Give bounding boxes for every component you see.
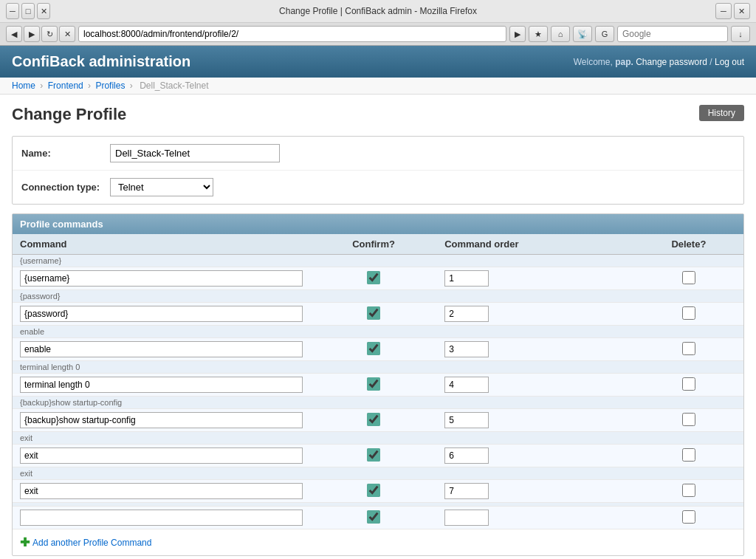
connection-type-label: Connection type: bbox=[21, 182, 110, 193]
delete-cell bbox=[634, 409, 743, 432]
order-input[interactable] bbox=[444, 510, 489, 526]
history-button[interactable]: History bbox=[699, 105, 744, 121]
name-label: Name: bbox=[21, 148, 110, 159]
command-cell bbox=[13, 374, 310, 397]
command-input[interactable] bbox=[20, 270, 303, 287]
commands-section: Profile commands Command Confirm? Comman… bbox=[12, 213, 744, 556]
home-icon[interactable]: ⌂ bbox=[551, 26, 570, 42]
add-another-command[interactable]: ✚ Add another Profile Command bbox=[13, 529, 743, 555]
browser-toolbar: ◀ ▶ ↻ ✕ ▶ ★ ⌂ 📡 G ↓ bbox=[0, 23, 756, 45]
table-row bbox=[13, 445, 743, 467]
logout-link[interactable]: Log out bbox=[715, 57, 744, 67]
change-password-link[interactable]: Change password bbox=[636, 57, 707, 67]
delete-checkbox[interactable] bbox=[682, 448, 695, 462]
order-input[interactable] bbox=[444, 341, 489, 357]
command-input[interactable] bbox=[20, 447, 303, 464]
browser-minimize[interactable]: ─ bbox=[6, 3, 19, 19]
delete-checkbox[interactable] bbox=[682, 306, 695, 320]
window-btn-2[interactable]: ✕ bbox=[734, 3, 750, 19]
confirm-checkbox[interactable] bbox=[367, 484, 380, 497]
command-input[interactable] bbox=[20, 377, 303, 393]
delete-cell bbox=[634, 267, 743, 290]
delete-cell bbox=[634, 374, 743, 397]
feed-icon[interactable]: 📡 bbox=[573, 26, 592, 42]
go-button[interactable]: ▶ bbox=[509, 26, 526, 42]
command-input[interactable] bbox=[20, 483, 303, 499]
user-info: Welcome, pap. Change password / Log out bbox=[574, 57, 744, 67]
download-icon[interactable]: ↓ bbox=[731, 26, 750, 42]
command-label: {username} bbox=[13, 255, 743, 267]
col-order: Command order bbox=[437, 234, 634, 255]
search-provider-icon[interactable]: G bbox=[595, 26, 614, 42]
command-input[interactable] bbox=[20, 412, 303, 428]
bookmark-icon[interactable]: ★ bbox=[529, 26, 548, 42]
order-input[interactable] bbox=[444, 306, 489, 322]
welcome-text: Welcome, bbox=[574, 57, 613, 67]
order-cell bbox=[437, 374, 634, 397]
command-input[interactable] bbox=[20, 510, 303, 526]
confirm-checkbox[interactable] bbox=[367, 306, 380, 320]
command-cell bbox=[13, 445, 310, 467]
order-cell bbox=[437, 267, 634, 290]
command-input[interactable] bbox=[20, 306, 303, 322]
delete-cell bbox=[634, 338, 743, 361]
current-username: pap. bbox=[615, 57, 633, 67]
back-button[interactable]: ◀ bbox=[6, 26, 22, 42]
confirm-checkbox[interactable] bbox=[367, 342, 380, 355]
table-row bbox=[13, 338, 743, 361]
browser-close[interactable]: ✕ bbox=[37, 3, 50, 19]
breadcrumb-frontend[interactable]: Frontend bbox=[48, 80, 83, 91]
delete-checkbox[interactable] bbox=[682, 271, 695, 284]
order-cell bbox=[437, 507, 634, 529]
delete-checkbox[interactable] bbox=[682, 342, 695, 355]
breadcrumb-home[interactable]: Home bbox=[12, 80, 35, 91]
order-input[interactable] bbox=[444, 412, 489, 428]
delete-checkbox[interactable] bbox=[682, 510, 695, 524]
command-label-row: {backup}show startup-config bbox=[13, 397, 743, 409]
confirm-checkbox[interactable] bbox=[367, 510, 380, 524]
page-content: Change Profile History Name: Connection … bbox=[0, 95, 756, 559]
window-btn-1[interactable]: ─ bbox=[715, 3, 732, 19]
delete-cell bbox=[634, 480, 743, 503]
browser-title: Change Profile | ConfiBack admin - Mozil… bbox=[279, 6, 477, 16]
delete-checkbox[interactable] bbox=[682, 377, 695, 391]
command-input[interactable] bbox=[20, 341, 303, 357]
table-row bbox=[13, 374, 743, 397]
delete-checkbox[interactable] bbox=[682, 484, 695, 497]
order-cell bbox=[437, 445, 634, 467]
name-section: Name: Connection type: TelnetSSHOther bbox=[12, 136, 744, 205]
confirm-checkbox[interactable] bbox=[367, 377, 380, 391]
order-cell bbox=[437, 409, 634, 432]
order-input[interactable] bbox=[444, 377, 489, 393]
page-title: Change Profile bbox=[12, 105, 126, 124]
order-input[interactable] bbox=[444, 447, 489, 464]
command-label: exit bbox=[13, 432, 743, 445]
order-input[interactable] bbox=[444, 270, 489, 287]
confirm-checkbox[interactable] bbox=[367, 448, 380, 462]
browser-titlebar: ─ □ ✕ Change Profile | ConfiBack admin -… bbox=[0, 0, 756, 23]
name-input[interactable] bbox=[110, 144, 280, 162]
address-bar[interactable] bbox=[78, 26, 506, 42]
table-row bbox=[13, 507, 743, 529]
col-command: Command bbox=[13, 234, 310, 255]
connection-type-select[interactable]: TelnetSSHOther bbox=[110, 178, 213, 196]
command-label-row: {username} bbox=[13, 255, 743, 267]
breadcrumb-profiles[interactable]: Profiles bbox=[95, 80, 125, 91]
confirm-checkbox[interactable] bbox=[367, 413, 380, 426]
forward-button[interactable]: ▶ bbox=[24, 26, 40, 42]
order-input[interactable] bbox=[444, 483, 489, 499]
reload-button[interactable]: ↻ bbox=[41, 26, 58, 42]
delete-checkbox[interactable] bbox=[682, 413, 695, 426]
command-cell bbox=[13, 507, 310, 529]
connection-type-row: Connection type: TelnetSSHOther bbox=[13, 171, 743, 204]
search-input[interactable] bbox=[617, 26, 728, 42]
command-label-row: exit bbox=[13, 432, 743, 445]
command-label-row: enable bbox=[13, 326, 743, 338]
add-another-label: Add another Profile Command bbox=[32, 538, 151, 548]
browser-maximize[interactable]: □ bbox=[21, 3, 35, 19]
command-label: enable bbox=[13, 326, 743, 338]
name-row: Name: bbox=[13, 137, 743, 171]
confirm-cell bbox=[310, 409, 437, 432]
confirm-checkbox[interactable] bbox=[367, 271, 380, 284]
stop-button[interactable]: ✕ bbox=[59, 26, 75, 42]
